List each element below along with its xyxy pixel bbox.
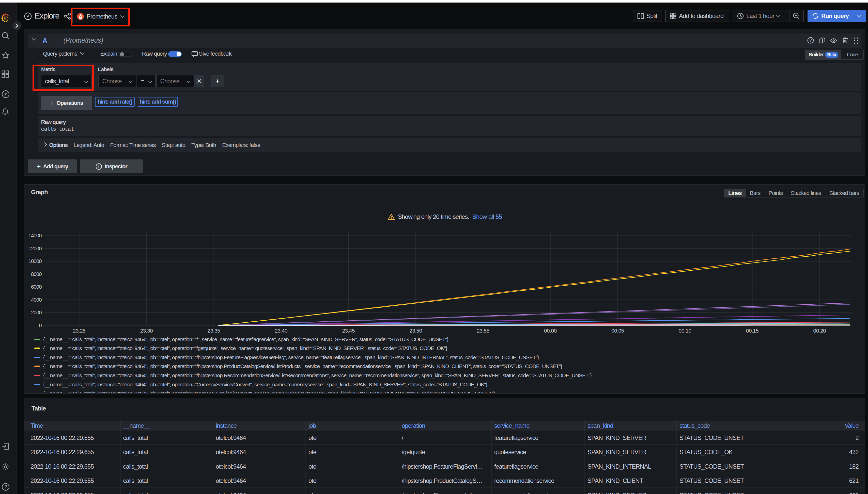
svg-text:?: ? [810, 38, 812, 42]
svg-text:?: ? [4, 484, 7, 490]
